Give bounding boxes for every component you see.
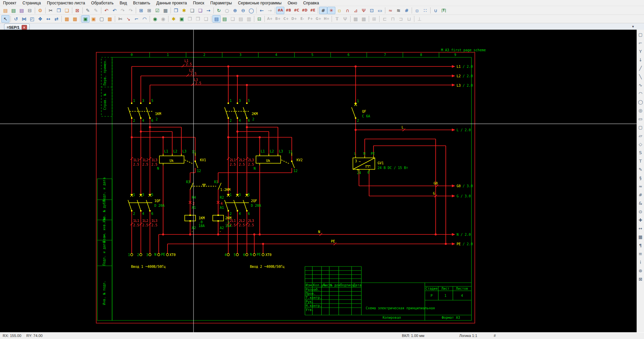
- terminal-h-icon[interactable]: H+: [323, 15, 331, 23]
- pin-tool-icon[interactable]: Ŧ: [333, 15, 341, 23]
- device-copy-icon[interactable]: ❐: [186, 15, 194, 23]
- menu-item-10[interactable]: Окно: [285, 1, 300, 5]
- cut-icon[interactable]: ✂: [47, 7, 55, 14]
- edit-symbol-icon[interactable]: ▣: [89, 15, 98, 23]
- copy-icon[interactable]: ❐: [55, 7, 63, 14]
- placeholder-box-icon[interactable]: ▫: [413, 7, 421, 14]
- link-tool-icon[interactable]: &: [637, 199, 644, 207]
- settings-wrench-icon[interactable]: ⚙: [36, 7, 44, 14]
- lock-tool-icon[interactable]: ⊠: [637, 275, 644, 283]
- node-points-icon[interactable]: ∷: [421, 7, 429, 14]
- menu-item-2[interactable]: Пространство листа: [44, 1, 88, 5]
- back-icon[interactable]: ←: [258, 7, 266, 14]
- page-export-icon[interactable]: →: [204, 7, 212, 14]
- grid-d-icon[interactable]: #D: [301, 7, 309, 14]
- format-brush-icon[interactable]: ✎: [84, 7, 92, 14]
- connection-bottom-icon[interactable]: ⊔: [405, 15, 413, 23]
- mirror-icon[interactable]: ⋈: [20, 15, 28, 23]
- edit-outline-icon[interactable]: ▢: [98, 15, 106, 23]
- signal-flow-icon[interactable]: ≋: [394, 7, 403, 14]
- text-block-icon[interactable]: |T|: [440, 7, 448, 14]
- line-tool-icon[interactable]: ╱: [637, 64, 644, 73]
- new-device-icon[interactable]: ✱: [170, 15, 178, 23]
- settings-tool-icon[interactable]: ⊛: [637, 266, 644, 275]
- menu-item-4[interactable]: Вид: [117, 1, 130, 5]
- rotate-icon[interactable]: ↺: [12, 15, 20, 23]
- zigzag-tool-icon[interactable]: ∿: [637, 81, 644, 89]
- wye-tool-icon[interactable]: Y: [637, 47, 644, 56]
- menu-item-6[interactable]: Данные проекта: [153, 1, 190, 5]
- redo-with-history-icon[interactable]: ↷: [127, 7, 135, 14]
- polyline-tool-icon[interactable]: ╲: [637, 73, 644, 81]
- zoom-out-icon[interactable]: ⊖: [239, 7, 247, 14]
- wave-tool-icon[interactable]: ≈: [637, 182, 644, 191]
- edit-hatch-icon[interactable]: ▩: [106, 15, 114, 23]
- corner-tool-icon[interactable]: ⌐: [637, 39, 644, 47]
- arrow-down-tool-icon[interactable]: ↓: [637, 56, 644, 64]
- macro-box-icon[interactable]: ▩: [352, 15, 360, 23]
- device-note-icon[interactable]: ❏: [202, 15, 210, 23]
- ungroup-icon[interactable]: ▩: [71, 15, 79, 23]
- move-icon[interactable]: ✥: [36, 15, 44, 23]
- structure-box-icon[interactable]: ⊞: [370, 15, 378, 23]
- rectangle-tool-icon[interactable]: ▭: [637, 115, 644, 123]
- rounded-rect-tool-icon[interactable]: ▢: [637, 123, 644, 132]
- grid-display-icon[interactable]: #: [319, 7, 327, 14]
- connection-top-icon[interactable]: ⊓: [389, 15, 397, 23]
- terminal-b-icon[interactable]: B+: [274, 15, 282, 23]
- menu-item-9[interactable]: Сервисные программы: [235, 1, 285, 5]
- menu-item-1[interactable]: Страница: [20, 1, 44, 5]
- edit-selected-icon[interactable]: ▣: [81, 15, 89, 23]
- magnet-icon[interactable]: ∩: [343, 7, 352, 14]
- info-tool-icon[interactable]: i: [637, 258, 644, 266]
- pin-off-icon[interactable]: ◉: [159, 15, 167, 23]
- note-link-icon[interactable]: ❏: [196, 7, 204, 14]
- grid-b-icon[interactable]: #B: [284, 7, 292, 14]
- terminal-a-icon[interactable]: A+: [266, 15, 274, 23]
- terminal-c-icon[interactable]: C+: [282, 15, 290, 23]
- pin-on-icon[interactable]: ◉: [151, 15, 159, 23]
- format-brush-off-icon[interactable]: ✎: [92, 7, 100, 14]
- potential-tool-icon[interactable]: Ψ: [341, 15, 349, 23]
- zoom-window-icon[interactable]: ◌: [223, 7, 231, 14]
- redo-icon[interactable]: ↷: [119, 7, 127, 14]
- connection-tree-icon[interactable]: Ψ: [360, 7, 368, 14]
- zoom-in-icon[interactable]: ⊕: [231, 7, 239, 14]
- new-function-icon[interactable]: ✱: [180, 7, 188, 14]
- spline-tool-icon[interactable]: S: [637, 148, 644, 157]
- zoom-100-icon[interactable]: ◯: [247, 7, 255, 14]
- new-page-icon[interactable]: ▤: [1, 7, 9, 14]
- menu-item-3[interactable]: Обработать: [88, 1, 117, 5]
- device-paste-icon[interactable]: ❐: [194, 15, 202, 23]
- stretch-icon[interactable]: ↔: [44, 15, 52, 23]
- paragraph-tool-icon[interactable]: ¶: [637, 241, 644, 250]
- graphic-logic-icon[interactable]: ⊿: [352, 7, 360, 14]
- device-ok-icon[interactable]: ▣: [178, 15, 186, 23]
- connection-left-icon[interactable]: ⊏: [381, 15, 389, 23]
- point-tool-icon[interactable]: ⊙: [637, 207, 644, 216]
- copy-page-icon[interactable]: ❐: [172, 7, 180, 14]
- polygon-tool-icon[interactable]: ▱: [637, 132, 644, 140]
- menu-item-8[interactable]: Параметры: [207, 1, 235, 5]
- menu-item-7[interactable]: Поиск: [190, 1, 207, 5]
- list-view-icon[interactable]: ▤: [237, 15, 245, 23]
- macro-box-2-icon[interactable]: ▩: [360, 15, 368, 23]
- schematic-canvas[interactable]: M_A3_first_page_scheme0123456789L12.5L22…: [0, 30, 637, 332]
- undo-with-history-icon[interactable]: ↶: [102, 7, 110, 14]
- navigator-parts-icon[interactable]: ▤: [221, 15, 229, 23]
- menu-item-0[interactable]: Проект: [0, 1, 20, 5]
- ruler-icon[interactable]: ▭: [376, 7, 384, 14]
- tab-list-dropdown-icon[interactable]: ▼: [632, 25, 635, 28]
- print-icon[interactable]: ⊟: [26, 7, 34, 14]
- update-connections-icon[interactable]: ↻: [215, 7, 223, 14]
- connection-right-icon[interactable]: ⊐: [397, 15, 405, 23]
- text-tool-icon[interactable]: T: [637, 157, 644, 165]
- select-pointer-icon[interactable]: ↖: [1, 15, 9, 23]
- terminal-e-icon[interactable]: E-: [298, 15, 306, 23]
- insert-window-macro-icon[interactable]: ⊞: [137, 7, 145, 14]
- duplicate-icon[interactable]: ⇄: [52, 15, 60, 23]
- corner-square-icon[interactable]: ⌐: [132, 15, 140, 23]
- check-page-icon[interactable]: ☑: [153, 7, 161, 14]
- note-icon[interactable]: ❏: [188, 7, 196, 14]
- dimension-tool-icon[interactable]: ↔: [637, 224, 644, 233]
